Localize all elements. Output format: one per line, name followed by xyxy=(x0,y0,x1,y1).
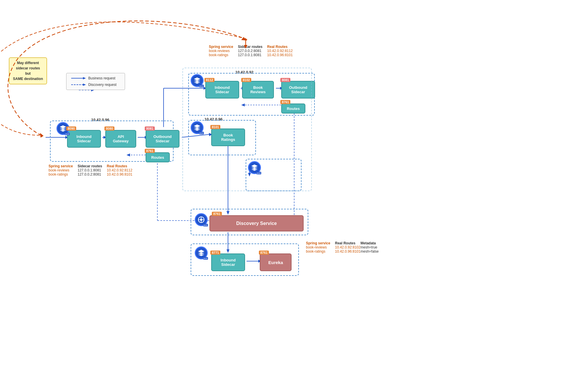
port-8090: 8090 xyxy=(66,126,76,131)
pod-book-ratings-icon: pod xyxy=(191,121,204,134)
pod-eureka-icon: pod xyxy=(195,246,208,259)
legend-box: Business request Discovery request xyxy=(66,73,125,90)
node-routes-lower: Routes xyxy=(146,152,170,162)
port-8771: 8771 xyxy=(210,251,220,255)
arc-svg xyxy=(0,0,576,392)
svg-marker-38 xyxy=(83,77,86,79)
port-8761-upper: 8761 xyxy=(280,100,290,104)
port-8102: 8102 xyxy=(241,78,251,82)
port-8080: 8080 xyxy=(104,126,114,131)
pod-discovery-icon: pod xyxy=(195,213,208,226)
port-8081-upper: 8081 xyxy=(280,78,290,82)
warning-text: May differentsidecar routesbutSAME desti… xyxy=(13,61,43,81)
route-table-eureka: Spring service Real Routes Metadata book… xyxy=(306,241,379,253)
port-8761-lower: 8761 xyxy=(145,149,155,153)
svg-marker-40 xyxy=(83,84,86,86)
node-api-gateway: APIGateway xyxy=(105,130,136,148)
port-8761-discovery: 8761 xyxy=(212,212,222,216)
container-eureka xyxy=(191,243,299,276)
legend-business: Business request xyxy=(71,76,120,80)
diagram-container: May differentsidecar routesbutSAME desti… xyxy=(0,0,576,392)
warning-note: May differentsidecar routesbutSAME desti… xyxy=(9,57,47,84)
svg-marker-4 xyxy=(241,37,247,41)
node-outbound-lower: OutboundSidecar xyxy=(146,130,179,148)
legend-business-label: Business request xyxy=(88,76,115,80)
legend-discovery: Discovery request xyxy=(71,83,120,87)
svg-marker-47 xyxy=(40,133,44,138)
node-inbound-8090: InboundSidecar xyxy=(67,130,101,148)
route-table-upper: Spring service Sidecar routes Real Route… xyxy=(209,45,293,57)
port-8081-lower: 8081 xyxy=(145,126,155,131)
container-discovery xyxy=(191,209,308,235)
port-8761-eureka: 8761 xyxy=(259,251,269,255)
pod-unknown-icon: pod xyxy=(248,161,261,174)
svg-point-41 xyxy=(200,218,203,221)
arrows-svg xyxy=(0,0,576,392)
route-table-lower: Spring service Sidecar routes Real Route… xyxy=(49,164,132,176)
pod-book-reviews-icon: pod xyxy=(191,74,204,87)
port-8112: 8112 xyxy=(204,78,214,82)
port-8101: 8101 xyxy=(210,125,220,129)
legend-discovery-label: Discovery request xyxy=(88,83,116,87)
